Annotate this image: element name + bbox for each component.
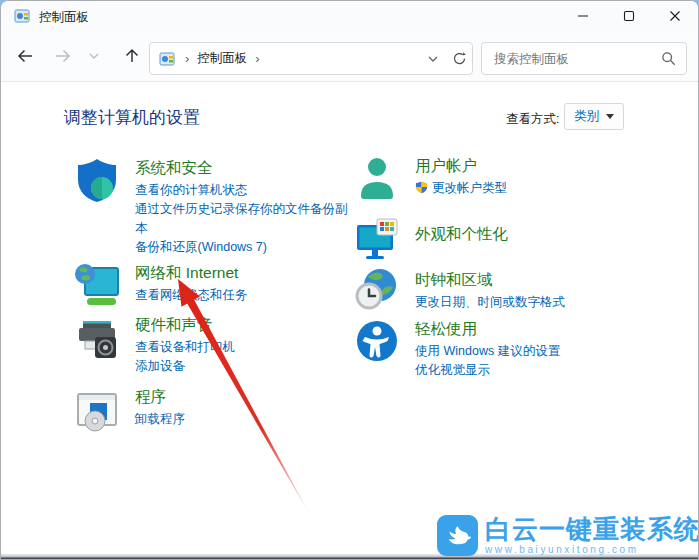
back-arrow-icon xyxy=(16,47,34,65)
category-network-internet: 网络和 Internet 查看网络状态和任务 xyxy=(73,261,353,309)
security-shield-icon[interactable] xyxy=(73,156,121,204)
navigation-toolbar: › 控制面板 › xyxy=(1,31,698,82)
task-link[interactable]: 添加设备 xyxy=(135,357,353,376)
category-title[interactable]: 用户帐户 xyxy=(415,156,651,176)
view-by-label: 查看方式: xyxy=(506,111,559,128)
window-title: 控制面板 xyxy=(39,9,89,26)
chevron-down-icon xyxy=(88,50,100,62)
breadcrumb-separator: › xyxy=(255,51,259,66)
uac-shield-icon xyxy=(415,180,428,194)
category-title[interactable]: 程序 xyxy=(135,387,353,407)
category-appearance: 外观和个性化 xyxy=(353,215,508,263)
up-arrow-icon xyxy=(123,47,141,65)
control-panel-mini-icon xyxy=(159,51,175,67)
refresh-button[interactable] xyxy=(446,43,472,74)
task-link[interactable]: 更改日期、时间或数字格式 xyxy=(415,293,651,312)
watermark-title: 白云一键重装系统 xyxy=(485,515,699,543)
task-link-label: 更改帐户类型 xyxy=(432,181,507,195)
view-by-dropdown[interactable]: 类别 xyxy=(564,103,624,130)
search-input[interactable] xyxy=(482,52,661,66)
task-link[interactable]: 备份和还原(Windows 7) xyxy=(135,238,353,257)
printer-sound-icon[interactable] xyxy=(73,313,121,361)
address-dropdown-button[interactable] xyxy=(420,43,446,74)
minimize-icon xyxy=(577,10,589,22)
bird-icon xyxy=(443,521,473,551)
network-monitor-icon[interactable] xyxy=(73,261,121,309)
task-link[interactable]: 查看设备和打印机 xyxy=(135,338,353,357)
titlebar: 控制面板 xyxy=(1,1,698,31)
forward-button[interactable] xyxy=(46,39,80,73)
minimize-button[interactable] xyxy=(560,1,606,31)
category-clock-region: 时钟和区域 更改日期、时间或数字格式 xyxy=(353,265,651,313)
breadcrumb-control-panel[interactable]: 控制面板 xyxy=(197,50,247,67)
breadcrumb-separator: › xyxy=(185,51,189,66)
task-link[interactable]: 使用 Windows 建议的设置 xyxy=(415,342,651,361)
maximize-icon xyxy=(623,10,635,22)
category-ease-of-access: 轻松使用 使用 Windows 建议的设置 优化视觉显示 xyxy=(353,317,651,380)
category-title[interactable]: 时钟和区域 xyxy=(415,270,651,290)
programs-icon[interactable] xyxy=(73,385,121,433)
category-hardware-sound: 硬件和声音 查看设备和打印机 添加设备 xyxy=(73,313,353,376)
category-title[interactable]: 网络和 Internet xyxy=(135,263,353,283)
watermark: 白云一键重装系统 www.baiyunxitong.com xyxy=(437,515,699,556)
task-link[interactable]: 查看网络状态和任务 xyxy=(135,286,353,305)
task-link[interactable]: 优化视觉显示 xyxy=(415,361,651,380)
page-title: 调整计算机的设置 xyxy=(64,106,200,129)
up-button[interactable] xyxy=(115,39,149,73)
category-programs: 程序 卸载程序 xyxy=(73,385,353,433)
clock-region-icon[interactable] xyxy=(353,265,401,313)
view-by-value: 类别 xyxy=(574,108,599,125)
category-title[interactable]: 系统和安全 xyxy=(135,158,353,178)
chevron-down-icon xyxy=(427,53,439,65)
recent-pages-button[interactable] xyxy=(82,39,106,73)
watermark-url: www.baiyunxitong.com xyxy=(485,543,699,556)
watermark-bird-badge xyxy=(437,515,478,556)
ease-of-access-icon[interactable] xyxy=(353,317,401,365)
maximize-button[interactable] xyxy=(606,1,652,31)
back-button[interactable] xyxy=(8,39,42,73)
control-panel-window: 控制面板 › xyxy=(0,0,699,560)
category-title[interactable]: 硬件和声音 xyxy=(135,315,353,335)
search-icon[interactable] xyxy=(661,51,676,66)
forward-arrow-icon xyxy=(54,47,72,65)
task-link[interactable]: 卸载程序 xyxy=(135,410,353,429)
task-link[interactable]: 查看你的计算机状态 xyxy=(135,181,353,200)
category-user-accounts: 用户帐户 更改帐户类型 xyxy=(353,154,651,202)
category-title[interactable]: 轻松使用 xyxy=(415,319,651,339)
search-box xyxy=(481,42,687,75)
task-link[interactable]: 通过文件历史记录保存你的文件备份副本 xyxy=(135,200,353,238)
refresh-icon xyxy=(452,51,467,66)
category-system-security: 系统和安全 查看你的计算机状态 通过文件历史记录保存你的文件备份副本 备份和还原… xyxy=(73,156,353,257)
close-icon xyxy=(669,10,681,22)
task-link-uac[interactable]: 更改帐户类型 xyxy=(415,179,651,198)
appearance-icon[interactable] xyxy=(353,215,401,263)
address-bar[interactable]: › 控制面板 › xyxy=(149,42,473,75)
close-button[interactable] xyxy=(652,1,698,31)
control-panel-app-icon xyxy=(14,8,30,24)
content-area: 调整计算机的设置 查看方式: 类别 系统和安全 查看你的计算机状态 通过文件历史… xyxy=(1,82,698,559)
user-account-icon[interactable] xyxy=(353,154,401,202)
category-title[interactable]: 外观和个性化 xyxy=(415,224,508,244)
dropdown-caret-icon xyxy=(606,114,614,119)
